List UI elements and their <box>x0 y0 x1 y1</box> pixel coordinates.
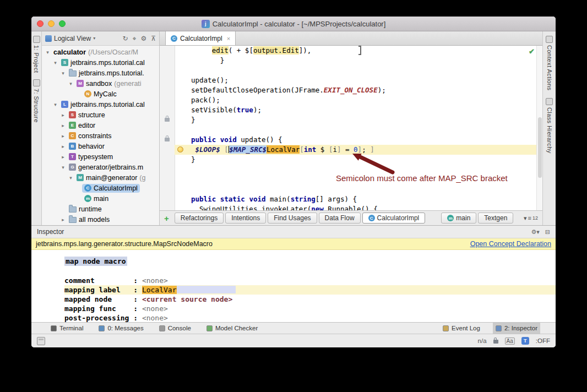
code-line[interactable]: setDefaultCloseOperation(JFrame.EXIT_ON_… <box>175 85 537 95</box>
code-line[interactable]: } <box>175 56 537 66</box>
code-line[interactable]: } <box>175 115 537 125</box>
tree-item-calculator[interactable]: ▾calculator (/Users/Oscar/M <box>42 47 159 57</box>
toolwindow-button-event-log[interactable]: Event Log <box>440 323 483 334</box>
inspector-row-value[interactable]: LocalVar <box>142 286 177 294</box>
code-line[interactable]: SwingUtilities.invokeLater(new Runnable(… <box>175 204 537 210</box>
bottom-file-tab-textgen[interactable]: Textgen <box>478 213 513 224</box>
tree-item-all-models[interactable]: ▸all models <box>42 214 159 225</box>
editor-body[interactable]: edit( + $[output.Edit]), }update();setDe… <box>160 46 542 210</box>
chevron-right-icon[interactable]: ▸ <box>59 217 67 222</box>
tree-item-typesystem[interactable]: ▸Ttypesystem <box>42 151 159 162</box>
tree-item-structure[interactable]: ▸Sstructure <box>42 110 159 120</box>
typesystem-state: :OFF <box>536 337 550 344</box>
chevron-right-icon[interactable]: ▸ <box>59 154 67 160</box>
chevron-down-icon[interactable]: ▾ <box>67 175 74 181</box>
toolwindow-button-terminal[interactable]: Terminal <box>48 323 86 334</box>
tree-label: jetbrains.mps.tutorial. <box>79 69 144 77</box>
collapse-all-icon[interactable]: ⊼ <box>151 35 156 42</box>
code-line[interactable]: pack(); <box>175 95 537 105</box>
lock-icon[interactable] <box>493 340 498 344</box>
minimize-window-button[interactable] <box>48 20 55 27</box>
code-line[interactable] <box>175 66 537 75</box>
toolwindow-toggle-icon[interactable] <box>37 337 45 345</box>
tree-item-runtime[interactable]: runtime <box>42 204 159 214</box>
settings-icon[interactable]: ⚙ <box>140 35 146 42</box>
tool-tab-intentions[interactable]: Intentions <box>225 213 266 224</box>
bottom-file-tab-calculatorimpl[interactable]: CCalculatorImpl <box>362 213 426 224</box>
font-status-icon[interactable]: Aa <box>505 337 515 345</box>
chevron-down-icon[interactable]: ▾ <box>59 165 67 170</box>
tree-item-main-generator[interactable]: ▾Mmain@generator (g <box>42 172 159 183</box>
title-bar[interactable]: j CalculatorImpl - calculator - [~/MPSPr… <box>31 17 556 31</box>
tree-item-main[interactable]: mmain <box>42 193 159 204</box>
chevron-down-icon[interactable]: ▾ <box>67 81 74 86</box>
view-selector[interactable]: Logical View <box>54 35 91 42</box>
toolwindow-button-0-messages[interactable]: 0: Messages <box>96 323 146 334</box>
tree-item-jetbrains-mps-tutorial-cal[interactable]: ▾Sjetbrains.mps.tutorial.cal <box>42 57 159 68</box>
project-tool-button[interactable]: 1: Project <box>33 36 40 73</box>
code-line[interactable]: edit( + $[output.Edit]), <box>175 46 537 56</box>
code-line[interactable]: update(); <box>175 75 537 85</box>
bottom-file-tab-main[interactable]: mmain <box>441 213 476 224</box>
tree-item-sandbox[interactable]: ▾Msandbox (generati <box>42 78 159 89</box>
tree-item-jetbrains-mps-tutorial-cal[interactable]: ▾Ljetbrains.mps.tutorial.cal <box>42 99 159 110</box>
inspector-row-value[interactable]: <none> <box>142 304 168 313</box>
add-tab-button[interactable]: + <box>164 214 169 223</box>
hide-panel-icon[interactable]: ⊟ <box>545 228 550 236</box>
tool-tab-refactorings[interactable]: Refactorings <box>175 213 224 224</box>
macro-heading[interactable]: map node macro <box>64 257 127 266</box>
inspector-header[interactable]: Inspector ⚙▾⊟ <box>31 226 556 238</box>
toolwindow-button-console[interactable]: Console <box>156 323 194 334</box>
structure-tool-button[interactable]: 7: Structure <box>33 79 40 123</box>
class-hierarchy-tool-button[interactable]: Class Hierarchy <box>546 98 553 154</box>
chevron-right-icon[interactable]: ▸ <box>59 123 67 128</box>
tree-item-editor[interactable]: ▸Eeditor <box>42 120 159 130</box>
toolwindow-button-model-checker[interactable]: Model Checker <box>204 323 260 334</box>
chevron-down-icon[interactable]: ▾ <box>52 60 59 66</box>
refresh-icon[interactable]: ↻ <box>123 35 128 42</box>
chevron-right-icon[interactable]: ▸ <box>59 133 67 139</box>
chevron-right-icon[interactable]: ▸ <box>59 144 67 149</box>
code-line[interactable]: setVisible(true); <box>175 105 537 115</box>
code-line[interactable]: public void update() { <box>175 135 537 145</box>
chevron-down-icon[interactable]: ▾ <box>44 50 51 55</box>
chevron-down-icon[interactable]: ▾ <box>93 36 95 41</box>
editor-tab-calculatorimpl[interactable]: C CalculatorImpl × <box>165 31 236 45</box>
tool-tab-find-usages[interactable]: Find Usages <box>268 213 317 224</box>
code-area[interactable]: edit( + $[output.Edit]), }update();setDe… <box>175 46 537 210</box>
locate-icon[interactable]: ⌖ <box>133 35 137 42</box>
code-line[interactable] <box>175 184 537 194</box>
editor-scrollbar[interactable] <box>536 46 542 210</box>
chevron-down-icon[interactable]: ▾ <box>59 70 67 76</box>
chevron-down-icon[interactable]: ▾ <box>52 102 59 107</box>
open-concept-declaration-link[interactable]: Open Concept Declaration <box>470 240 551 248</box>
tree-item-generator-jetbrains-m[interactable]: ▾Ggenerator/jetbrains.m <box>42 162 159 172</box>
tree-item-calculatorimpl[interactable]: CCalculatorImpl <box>42 183 159 193</box>
close-tab-icon[interactable]: × <box>227 35 230 42</box>
folder-icon <box>69 217 77 223</box>
scrollbar-thumb[interactable] <box>538 117 542 178</box>
inspector-content[interactable]: map node macrocomment : <none>mapping la… <box>31 250 556 323</box>
tree-item-mycalc[interactable]: NMyCalc <box>42 89 159 99</box>
context-actions-tool-button[interactable]: Context Actions <box>546 36 553 90</box>
code-line[interactable]: $LOOP$ [$MAP_SRC$LocalVar[int $ [i] = 0]… <box>175 145 537 155</box>
inspector-row-value[interactable]: <current source node> <box>142 295 232 303</box>
inspector-row-value[interactable]: <none> <box>142 276 168 285</box>
tree-item-behavior[interactable]: ▸Bbehavior <box>42 141 159 151</box>
zoom-window-button[interactable] <box>59 20 66 27</box>
tree-item-jetbrains-mps-tutorial[interactable]: ▾jetbrains.mps.tutorial. <box>42 68 159 78</box>
hidden-tabs-button[interactable]: ▾ ≡ 12 <box>524 215 538 222</box>
inspector-settings-icon[interactable]: ⚙▾ <box>531 228 539 236</box>
toolwindow-button-label: 2: Inspector <box>504 325 537 331</box>
close-window-button[interactable] <box>37 20 44 27</box>
tree-item-constraints[interactable]: ▸Cconstraints <box>42 130 159 141</box>
intention-bulb-icon[interactable] <box>177 146 183 153</box>
tool-tab-data-flow[interactable]: Data Flow <box>319 213 361 224</box>
code-line[interactable] <box>175 125 537 135</box>
typesystem-toggle[interactable]: T <box>521 337 529 345</box>
chevron-right-icon[interactable]: ▸ <box>59 112 67 118</box>
inspector-row-value[interactable]: <none> <box>142 314 168 322</box>
code-line[interactable]: } <box>175 155 537 165</box>
code-line[interactable]: public static void main(string[] args) { <box>175 194 537 204</box>
toolwindow-button-2-inspector[interactable]: 2: Inspector <box>493 323 540 334</box>
